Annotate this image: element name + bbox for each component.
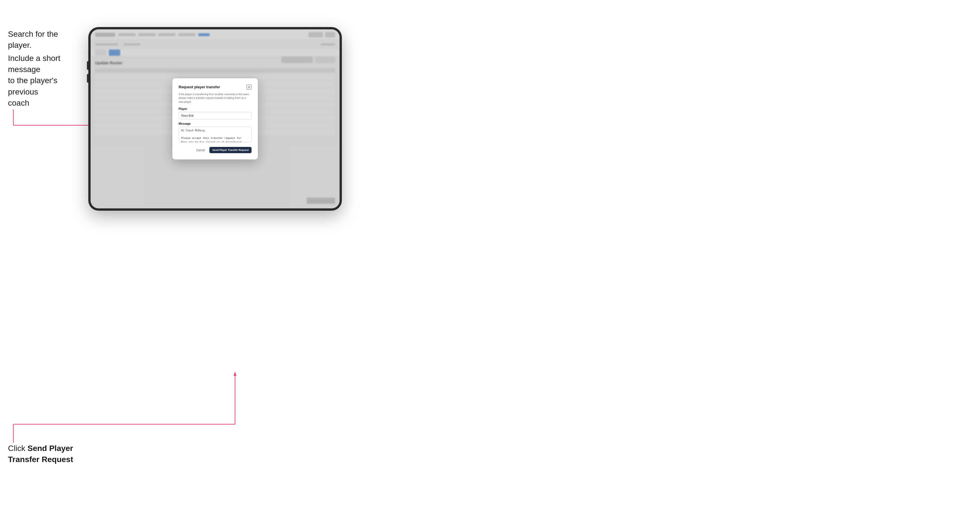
modal-description: If the player is transferring from anoth…	[179, 92, 251, 104]
modal-title: Request player transfer	[179, 85, 220, 89]
cancel-button[interactable]: Cancel	[194, 148, 207, 153]
send-transfer-request-button[interactable]: Send Player Transfer Request	[209, 147, 251, 153]
annotation-message: Include a short messageto the player's p…	[8, 53, 85, 108]
annotation-click: Click Send PlayerTransfer Request	[8, 443, 73, 465]
player-input[interactable]	[179, 112, 251, 119]
request-transfer-modal: Request player transfer × If the player …	[172, 78, 258, 160]
player-label: Player	[179, 107, 251, 111]
modal-close-button[interactable]: ×	[247, 84, 251, 90]
message-label: Message	[179, 122, 251, 125]
tablet-device: › Update Roster	[88, 27, 342, 211]
svg-marker-6	[234, 371, 237, 376]
annotation-search: Search for the player.	[8, 29, 80, 51]
modal-overlay: Request player transfer × If the player …	[91, 29, 340, 208]
message-textarea[interactable]: Hi Coach McHarg, Please accept this tran…	[179, 127, 251, 142]
